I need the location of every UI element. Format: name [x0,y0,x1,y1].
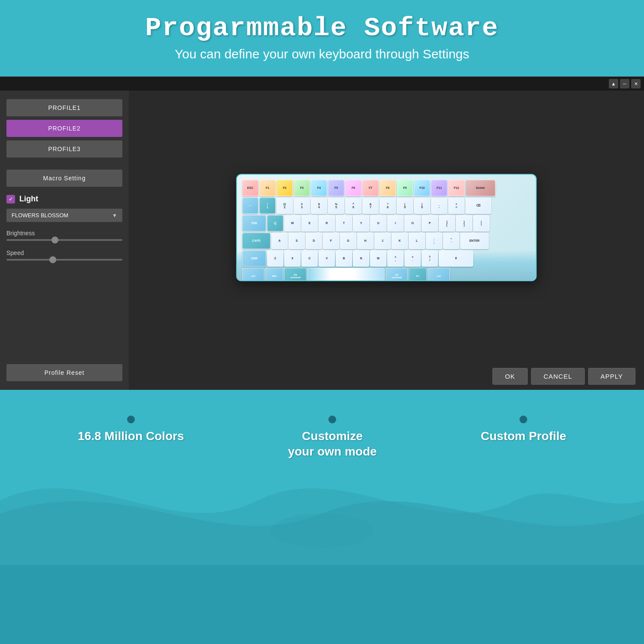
profile-reset-button[interactable]: Profile Reset [6,364,122,381]
del-key[interactable]: Delete [465,180,495,196]
f4-key[interactable]: F4 [311,180,327,196]
f7-key[interactable]: F7 [362,180,379,196]
rbracket-key[interactable]: }] [456,215,472,231]
f2-key[interactable]: F2 [276,180,293,196]
enter-key[interactable]: ENTER [460,233,489,249]
light-header: ✓ Light [6,194,122,204]
f6-key[interactable]: F6 [345,180,361,196]
light-effect-dropdown[interactable]: FLOWERS BLOSSOM ▼ [6,209,122,222]
tilde-key[interactable]: ~ [242,197,258,214]
r-key[interactable]: R [319,215,335,231]
qwerty-row: TAB Q W E R T Y U I O P {[ }] |\ [242,215,531,231]
profile1-button[interactable]: PROFILE1 [6,99,122,116]
6-key[interactable]: ^6 [345,197,361,214]
sidebar: PROFILE1 PROFILE2 PROFILE3 Macro Setting… [0,91,129,390]
n-key[interactable]: N [353,250,369,267]
lwin-key[interactable]: Win [265,268,283,281]
speed-slider[interactable] [6,259,122,261]
k-key[interactable]: K [392,233,408,249]
d-key[interactable]: D [306,233,322,249]
lbracket-key[interactable]: {[ [439,215,455,231]
f-key[interactable]: F [323,233,339,249]
9-key[interactable]: (9 [397,197,413,214]
l-key[interactable]: L [409,233,425,249]
5-key[interactable]: %5 [328,197,344,214]
caps-key[interactable]: CAPS [242,233,270,249]
apply-button[interactable]: APPLY [588,368,635,385]
2-key[interactable]: @2 [276,197,293,214]
top-section: Progarmmable Software You can define you… [0,0,644,76]
v-key[interactable]: V [319,250,335,267]
minimize-button[interactable]: ─ [620,79,629,88]
profile3-button[interactable]: PROFILE3 [6,140,122,158]
y-key[interactable]: Y [353,215,369,231]
slash-key[interactable]: ?/ [422,250,438,267]
h-key[interactable]: H [357,233,374,249]
semicolon-key[interactable]: :; [426,233,442,249]
profile2-button[interactable]: PROFILE2 [6,120,122,137]
e-key[interactable]: E [301,215,318,231]
c-key[interactable]: C [301,250,318,267]
esc-key[interactable]: ESC [242,180,258,196]
svg-point-0 [270,513,374,548]
q-key[interactable]: Q [267,215,283,231]
f8-key[interactable]: F8 [380,180,396,196]
minus-key[interactable]: _- [431,197,447,214]
0-key[interactable]: )0 [414,197,430,214]
fn-key[interactable]: Fn [409,268,427,281]
fn-row: ESC F1 F2 F3 F4 F5 F6 F7 F8 F9 F10 F11 F… [242,180,531,196]
brightness-label: Brightness [6,230,122,237]
f10-key[interactable]: F10 [414,180,430,196]
u-key[interactable]: U [370,215,386,231]
space-key[interactable] [307,268,385,281]
lshift-key[interactable]: 13MI [242,250,266,267]
rctrl-key[interactable]: ctrl [428,268,450,281]
b-key[interactable]: B [336,250,352,267]
comma-key[interactable]: <, [387,250,404,267]
feature-customize: Customize your own mode [288,416,377,460]
o-key[interactable]: O [404,215,421,231]
f11-key[interactable]: F11 [431,180,447,196]
speed-thumb[interactable] [49,256,56,263]
j-key[interactable]: J [374,233,391,249]
bottom-action-bar: OK CANCEL APPLY [484,363,644,390]
backslash-key[interactable]: |\ [473,215,489,231]
tab-key[interactable]: TAB [242,215,266,231]
x-key[interactable]: X [284,250,301,267]
period-key[interactable]: >. [404,250,421,267]
plus-key[interactable]: += [448,197,465,214]
f9-key[interactable]: F9 [397,180,413,196]
1-key[interactable]: !1 [259,197,276,214]
g-key[interactable]: G [340,233,356,249]
3-key[interactable]: #3 [294,197,310,214]
lalt-key[interactable]: Altcommand [284,268,307,281]
8-key[interactable]: *8 [380,197,396,214]
f12-key[interactable]: F12 [448,180,465,196]
ralt-key[interactable]: Altcommand [386,268,408,281]
f5-key[interactable]: F5 [328,180,344,196]
lctrl-key[interactable]: ctrl [242,268,264,281]
ok-button[interactable]: OK [492,368,528,385]
upload-button[interactable]: ▲ [609,79,618,88]
s-key[interactable]: S [289,233,305,249]
i-key[interactable]: I [387,215,404,231]
brightness-slider[interactable] [6,239,122,241]
t-key[interactable]: T [336,215,352,231]
f1-key[interactable]: F1 [259,180,276,196]
p-key[interactable]: P [422,215,438,231]
7-key[interactable]: &7 [362,197,379,214]
macro-setting-button[interactable]: Macro Setting [6,170,122,187]
cancel-button[interactable]: CANCEL [531,368,585,385]
quote-key[interactable]: "' [443,233,459,249]
m-key[interactable]: M [370,250,386,267]
brightness-thumb[interactable] [52,237,58,243]
light-checkbox[interactable]: ✓ [6,195,15,204]
backspace-key[interactable]: ⌫ [465,197,491,214]
4-key[interactable]: $4 [311,197,327,214]
a-key[interactable]: A [271,233,288,249]
z-key[interactable]: Z [267,250,283,267]
w-key[interactable]: W [284,215,301,231]
f3-key[interactable]: F3 [294,180,310,196]
rshift-key[interactable]: ⬆ [439,250,473,267]
close-button[interactable]: ✕ [631,79,641,88]
